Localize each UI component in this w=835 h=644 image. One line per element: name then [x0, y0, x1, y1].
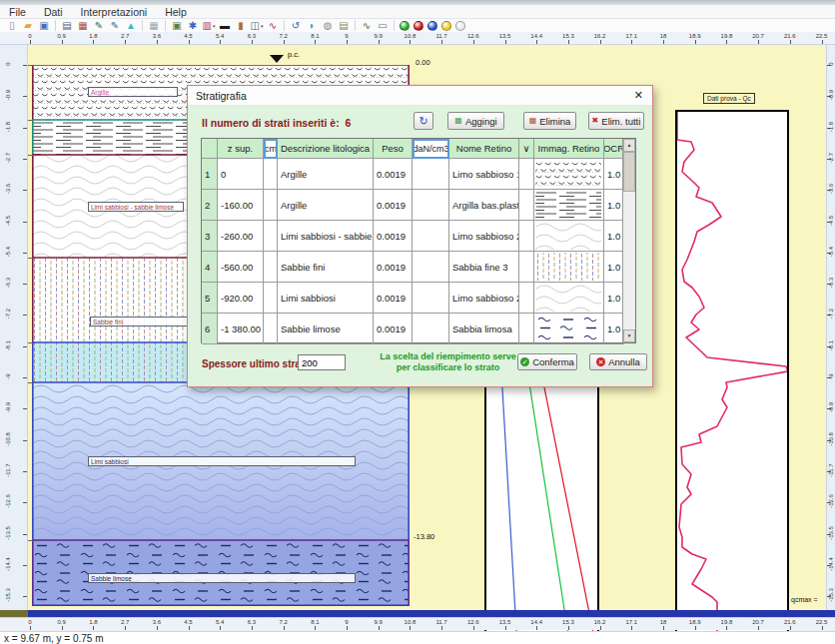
column-header[interactable]: z sup.: [218, 139, 264, 159]
column-header[interactable]: ∨: [519, 139, 534, 159]
table-cell[interactable]: Sabbia limosa: [449, 314, 519, 344]
image-export-icon[interactable]: ▦: [76, 20, 90, 32]
column-header[interactable]: daN/cm3: [413, 139, 449, 159]
table-cell[interactable]: Sabbia fine 3: [449, 252, 519, 283]
report-icon[interactable]: ▤: [60, 20, 74, 32]
print-icon[interactable]: ▭: [376, 20, 390, 32]
screen-icon[interactable]: ▬: [218, 20, 232, 32]
menu-item-help[interactable]: Help: [156, 6, 196, 18]
table-cell[interactable]: Argille: [278, 190, 374, 221]
column-header[interactable]: OCR: [604, 139, 624, 159]
aggiungi-button[interactable]: ▦ Aggingi: [447, 112, 504, 130]
spessore-input[interactable]: [298, 354, 346, 370]
table-cell[interactable]: 0.0019: [374, 314, 413, 344]
bar-chart-icon[interactable]: ▥▾: [202, 20, 216, 32]
retino-pattern-cell[interactable]: [534, 314, 604, 344]
retino-pattern-cell[interactable]: [534, 283, 604, 314]
table-cell[interactable]: -1 380.00: [218, 314, 264, 344]
menu-item-file[interactable]: File: [0, 6, 35, 18]
probe-icon[interactable]: ▲: [124, 20, 138, 32]
table-cell[interactable]: [264, 190, 278, 221]
table-cell[interactable]: Sabbie limose: [278, 314, 374, 344]
table-cell[interactable]: Argille: [278, 159, 374, 190]
row-header[interactable]: 1: [202, 159, 218, 190]
table-cell[interactable]: 0.0019: [374, 190, 413, 221]
row-header[interactable]: 4: [202, 252, 218, 283]
retino-pattern-cell[interactable]: [534, 190, 604, 221]
elimina-button[interactable]: ▦ Elimina: [523, 112, 576, 130]
table-cell[interactable]: 1.0: [604, 314, 624, 344]
table-cell[interactable]: -260.00: [218, 221, 264, 252]
sphere-icon[interactable]: ◍: [321, 20, 335, 32]
table-cell[interactable]: [519, 159, 534, 190]
column-header[interactable]: Peso: [374, 139, 413, 159]
table-cell[interactable]: Limi sabbiosi: [278, 283, 374, 314]
ball-white-icon[interactable]: [455, 21, 465, 31]
grid-icon[interactable]: ▦: [147, 20, 161, 32]
ball-yellow-icon[interactable]: [441, 21, 451, 31]
scroll-down-icon[interactable]: ▼: [623, 329, 635, 342]
table-cell[interactable]: -560.00: [218, 252, 264, 283]
save-icon[interactable]: ▣: [37, 20, 51, 32]
table-cell[interactable]: [519, 283, 534, 314]
column-header[interactable]: cm: [264, 139, 278, 159]
line-chart-icon[interactable]: ∿: [266, 20, 280, 32]
fill-icon[interactable]: ◗: [305, 20, 319, 32]
close-icon[interactable]: ✕: [634, 89, 643, 102]
table-cell[interactable]: [413, 221, 449, 252]
table-cell[interactable]: 0.0019: [374, 283, 413, 314]
table-cell[interactable]: [413, 314, 449, 344]
row-header[interactable]: 5: [202, 283, 218, 314]
table-cell[interactable]: [519, 252, 534, 283]
table-cell[interactable]: [264, 314, 278, 344]
picture-window-icon[interactable]: ▣: [170, 20, 184, 32]
ball-red-icon[interactable]: [414, 21, 423, 31]
column-header[interactable]: [202, 139, 218, 159]
table-cell[interactable]: Argilla bas.plast.: [449, 190, 519, 221]
table-cell[interactable]: 0.0019: [374, 159, 413, 190]
retino-pattern-cell[interactable]: [534, 221, 604, 252]
table-cell[interactable]: Limo sabbioso 1: [449, 159, 519, 190]
refresh-globe-icon[interactable]: ↺: [289, 20, 303, 32]
row-header[interactable]: 2: [202, 190, 218, 221]
histogram-icon[interactable]: ▮: [234, 20, 248, 32]
table-scrollbar[interactable]: ▲▼: [622, 139, 635, 342]
refresh-button[interactable]: ↻: [414, 112, 433, 130]
table-cell[interactable]: 1.0: [604, 159, 624, 190]
table-cell[interactable]: Limo sabbioso 2: [449, 283, 519, 314]
retino-pattern-cell[interactable]: [534, 159, 604, 190]
table-cell[interactable]: [264, 221, 278, 252]
edit-document-icon[interactable]: ✎: [92, 20, 106, 32]
row-header[interactable]: 3: [202, 221, 218, 252]
table-cell[interactable]: -160.00: [218, 190, 264, 221]
dropdown-arrow-icon[interactable]: ▾: [213, 21, 216, 31]
scroll-up-icon[interactable]: ▲: [623, 139, 635, 152]
table-cell[interactable]: [413, 190, 449, 221]
table-cell[interactable]: [413, 159, 449, 190]
table-cell[interactable]: [519, 221, 534, 252]
table-cell[interactable]: Limo sabbioso 2: [449, 221, 519, 252]
table-cell[interactable]: Sabbie fini: [278, 252, 374, 283]
table-cell[interactable]: 0.0019: [374, 221, 413, 252]
window-icon[interactable]: ◫▾: [250, 20, 264, 32]
table-cell[interactable]: [264, 283, 278, 314]
ball-green-icon[interactable]: [400, 21, 410, 31]
annulla-button[interactable]: ✕ Annulla: [589, 353, 647, 370]
conferma-button[interactable]: ✓ Conferma: [517, 353, 577, 370]
retino-pattern-cell[interactable]: [534, 252, 604, 283]
column-header[interactable]: Descrizione litologica: [278, 139, 374, 159]
table-cell[interactable]: [264, 159, 278, 190]
table-cell[interactable]: [519, 190, 534, 221]
table-cell[interactable]: 1.0: [604, 190, 624, 221]
open-folder-icon[interactable]: ▰: [21, 20, 35, 32]
table-cell[interactable]: [413, 283, 449, 314]
menu-item-dati[interactable]: Dati: [35, 6, 72, 18]
new-document-icon[interactable]: ▯: [5, 20, 19, 32]
notes-icon[interactable]: ▤: [337, 20, 351, 32]
table-cell[interactable]: [519, 314, 534, 344]
ball-blue-icon[interactable]: [427, 21, 437, 31]
plot-icon[interactable]: ∿: [360, 20, 374, 32]
table-cell[interactable]: -920.00: [218, 283, 264, 314]
menu-item-interpretazioni[interactable]: Interpretazioni: [72, 6, 157, 18]
dialog-titlebar[interactable]: Stratigrafia ✕: [188, 86, 652, 106]
